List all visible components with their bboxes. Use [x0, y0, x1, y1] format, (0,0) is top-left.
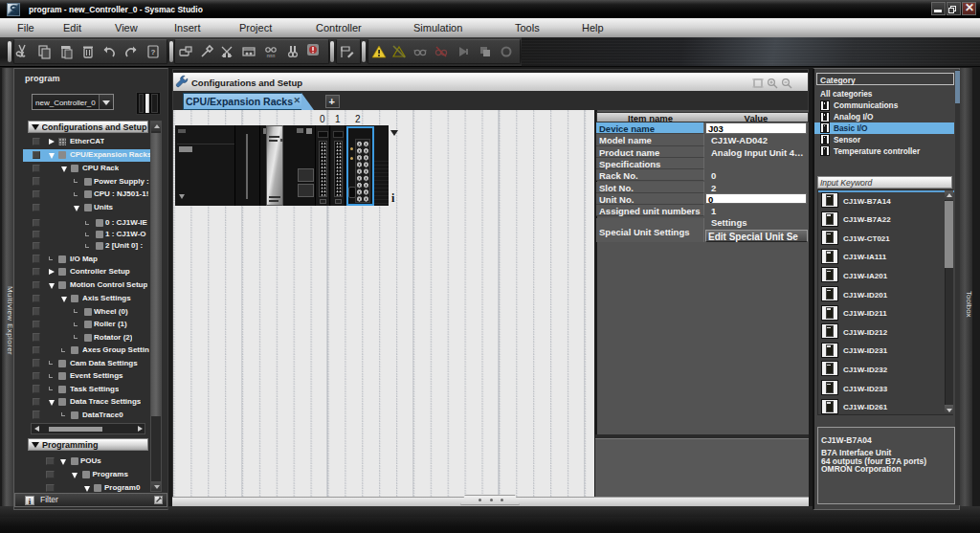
svg-text:nnn: nnn — [267, 53, 276, 58]
svg-text:?: ? — [151, 48, 156, 56]
